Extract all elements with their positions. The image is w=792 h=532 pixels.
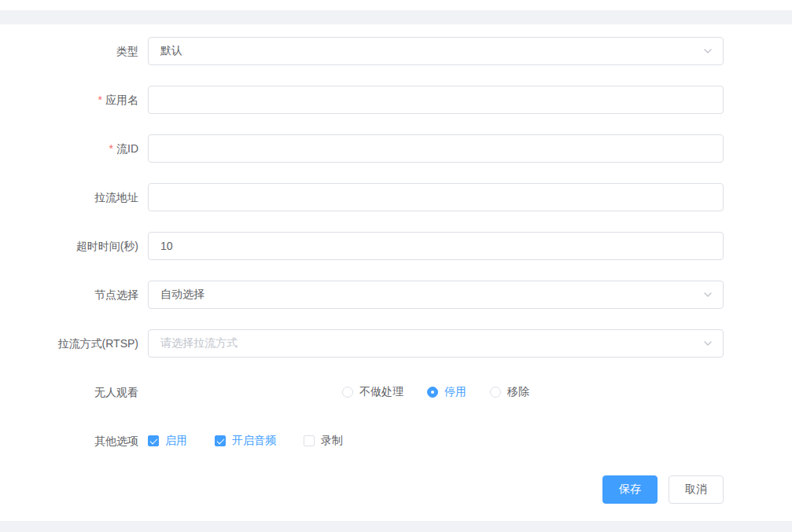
form-row-node-select: 节点选择 自动选择 [0, 281, 724, 309]
other-options-label: 其他选项 [0, 427, 138, 455]
pull-url-field [148, 183, 724, 211]
pull-mode-label: 拉流方式(RTSP) [0, 329, 138, 358]
type-field: 默认 [148, 37, 724, 65]
timeout-input[interactable] [148, 232, 724, 260]
radio-icon [490, 387, 501, 398]
form-row-timeout: 超时时间(秒) [0, 232, 724, 260]
radio-label: 不做处理 [359, 385, 403, 399]
required-mark: * [109, 142, 113, 155]
no-viewer-radio-group: 不做处理 停用 移除 [148, 378, 724, 406]
pull-mode-select[interactable]: 请选择拉流方式 [148, 329, 724, 358]
page: 类型 默认 *应用名 *流ID [0, 0, 792, 532]
field-label-text: 拉流方式(RTSP) [58, 337, 138, 350]
radio-remove[interactable]: 移除 [490, 385, 529, 399]
field-label-text: 无人观看 [94, 386, 138, 398]
field-label-text: 节点选择 [94, 288, 138, 301]
stream-id-field [148, 134, 724, 163]
field-label-text: 拉流地址 [94, 191, 138, 204]
radio-label: 移除 [507, 385, 529, 399]
field-label-text: 其他选项 [94, 435, 138, 447]
node-select-label: 节点选择 [0, 281, 138, 309]
radio-icon [342, 387, 353, 398]
stream-id-input[interactable] [148, 134, 724, 163]
node-select[interactable]: 自动选择 [148, 281, 724, 309]
checkbox-enable[interactable]: 启用 [148, 434, 187, 448]
page-background-band-top [0, 10, 792, 24]
save-button[interactable]: 保存 [602, 475, 658, 504]
radio-disable[interactable]: 停用 [427, 385, 466, 399]
pull-url-label: 拉流地址 [0, 183, 138, 211]
timeout-label: 超时时间(秒) [0, 232, 138, 260]
chevron-down-icon [702, 46, 713, 57]
chevron-down-icon [702, 289, 713, 300]
field-label-text: 超时时间(秒) [76, 240, 138, 252]
other-options-checkbox-group: 启用 开启音频 录制 [148, 427, 724, 455]
checkbox-label: 录制 [321, 434, 343, 448]
radio-icon [427, 387, 438, 398]
checkbox-icon [304, 435, 315, 446]
form-row-pull-url: 拉流地址 [0, 183, 724, 211]
checkbox-label: 开启音频 [232, 434, 276, 448]
type-label: 类型 [0, 37, 138, 65]
form-row-app-name: *应用名 [0, 86, 724, 114]
checkbox-record[interactable]: 录制 [304, 434, 343, 448]
chevron-down-icon [702, 338, 713, 349]
select-value: 自动选择 [160, 288, 204, 302]
page-background-band-bottom [0, 521, 792, 532]
form-actions: 保存 取消 [0, 475, 724, 504]
form-row-stream-id: *流ID [0, 134, 724, 163]
select-value: 默认 [160, 44, 182, 58]
form-row-pull-mode: 拉流方式(RTSP) 请选择拉流方式 [0, 329, 724, 358]
radio-label: 停用 [444, 385, 466, 399]
field-label-text: 应用名 [105, 94, 138, 106]
select-placeholder: 请选择拉流方式 [160, 336, 238, 350]
pull-mode-field: 请选择拉流方式 [148, 329, 724, 358]
stream-id-label: *流ID [0, 134, 138, 163]
checkbox-icon [215, 435, 226, 446]
required-mark: * [98, 94, 102, 106]
field-label-text: 流ID [116, 142, 138, 155]
form-row-no-viewer: 无人观看 不做处理 停用 移除 [0, 378, 724, 406]
field-label-text: 类型 [116, 45, 138, 57]
cancel-button[interactable]: 取消 [669, 475, 724, 504]
form-row-type: 类型 默认 [0, 37, 724, 65]
timeout-field [148, 232, 724, 260]
radio-no-action[interactable]: 不做处理 [342, 385, 403, 399]
app-name-field [148, 86, 724, 114]
checkbox-audio[interactable]: 开启音频 [215, 434, 276, 448]
app-name-input[interactable] [148, 86, 724, 114]
form-row-other-options: 其他选项 启用 开启音频 录制 [0, 427, 724, 455]
no-viewer-label: 无人观看 [0, 378, 138, 406]
checkbox-label: 启用 [165, 434, 187, 448]
type-select[interactable]: 默认 [148, 37, 724, 65]
pull-url-input[interactable] [148, 183, 724, 211]
form-card: 类型 默认 *应用名 *流ID [0, 24, 792, 521]
app-name-label: *应用名 [0, 86, 138, 114]
node-select-field: 自动选择 [148, 281, 724, 309]
checkbox-icon [148, 435, 159, 446]
